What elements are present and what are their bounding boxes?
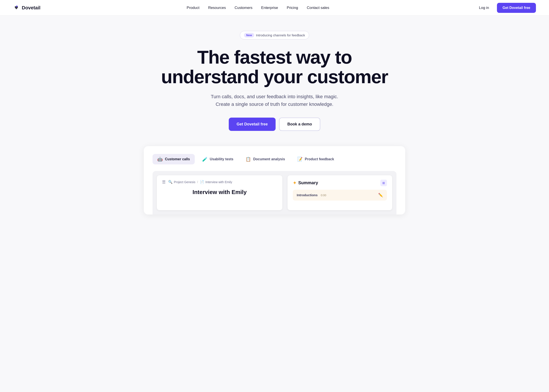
demo-right-panel: ✦ Summary ⊞ Introductions 0:00 ✏️ bbox=[288, 175, 392, 210]
nav-customers[interactable]: Customers bbox=[235, 6, 253, 10]
tab-customer-calls[interactable]: 🤖 Customer calls bbox=[153, 154, 195, 164]
hero-title: The fastest way to understand your custo… bbox=[161, 47, 388, 87]
nav-contact[interactable]: Contact sales bbox=[307, 6, 329, 10]
spark-icon: ✦ bbox=[293, 180, 296, 186]
breadcrumb-doc: 📄 Interview with Emily bbox=[200, 180, 232, 184]
breadcrumb-separator: / bbox=[197, 180, 198, 184]
menu-icon[interactable]: ☰ bbox=[162, 180, 166, 184]
grid-icon[interactable]: ⊞ bbox=[380, 180, 387, 186]
usability-tests-icon: 🧪 bbox=[202, 157, 208, 162]
demo-left-panel: ☰ 🔍 Project Genesis / 📄 Interview with E… bbox=[157, 175, 282, 210]
hero-badge[interactable]: New Introducing channels for feedback bbox=[240, 31, 309, 39]
demo-section: 🤖 Customer calls 🧪 Usability tests 📋 Doc… bbox=[144, 146, 405, 215]
login-button[interactable]: Log in bbox=[476, 4, 493, 12]
summary-header: ✦ Summary ⊞ bbox=[293, 180, 387, 186]
hero-buttons: Get Dovetail free Book a demo bbox=[229, 118, 320, 131]
breadcrumb: ☰ 🔍 Project Genesis / 📄 Interview with E… bbox=[162, 180, 277, 184]
customer-calls-icon: 🤖 bbox=[157, 157, 163, 162]
document-analysis-icon: 📋 bbox=[246, 157, 251, 162]
badge-new-label: New bbox=[244, 33, 254, 37]
product-feedback-icon: 📝 bbox=[297, 157, 303, 162]
edit-icon[interactable]: ✏️ bbox=[378, 193, 383, 197]
hero-section: New Introducing channels for feedback Th… bbox=[0, 16, 549, 223]
summary-title: ✦ Summary bbox=[293, 180, 318, 186]
nav-product[interactable]: Product bbox=[187, 6, 200, 10]
logo-icon bbox=[13, 5, 20, 11]
tab-usability-tests[interactable]: 🧪 Usability tests bbox=[197, 154, 238, 164]
tab-document-analysis[interactable]: 📋 Document analysis bbox=[241, 154, 290, 164]
doc-icon: 📄 bbox=[200, 180, 204, 184]
breadcrumb-project: 🔍 Project Genesis bbox=[168, 180, 195, 184]
hero-subtitle: Turn calls, docs, and user feedback into… bbox=[211, 93, 338, 108]
nav-pricing[interactable]: Pricing bbox=[287, 6, 298, 10]
hero-cta-button[interactable]: Get Dovetail free bbox=[229, 118, 276, 131]
summary-card: Introductions 0:00 ✏️ bbox=[293, 190, 387, 201]
main-nav: Dovetail Product Resources Customers Ent… bbox=[0, 0, 549, 16]
summary-card-content: Introductions 0:00 bbox=[297, 193, 326, 197]
nav-actions: Log in Get Dovetail free bbox=[476, 3, 536, 13]
project-icon: 🔍 bbox=[168, 180, 173, 184]
nav-resources[interactable]: Resources bbox=[208, 6, 226, 10]
doc-title: Interview with Emily bbox=[162, 189, 277, 196]
tab-product-feedback[interactable]: 📝 Product feedback bbox=[292, 154, 339, 164]
demo-wrapper: 🤖 Customer calls 🧪 Usability tests 📋 Doc… bbox=[9, 146, 540, 215]
nav-cta-button[interactable]: Get Dovetail free bbox=[497, 3, 536, 13]
logo[interactable]: Dovetail bbox=[13, 5, 41, 11]
badge-description: Introducing channels for feedback bbox=[256, 33, 305, 37]
nav-enterprise[interactable]: Enterprise bbox=[261, 6, 278, 10]
hero-demo-button[interactable]: Book a demo bbox=[279, 118, 320, 131]
nav-links: Product Resources Customers Enterprise P… bbox=[187, 6, 329, 10]
demo-tabs: 🤖 Customer calls 🧪 Usability tests 📋 Doc… bbox=[153, 154, 396, 164]
demo-content: ☰ 🔍 Project Genesis / 📄 Interview with E… bbox=[153, 171, 396, 215]
